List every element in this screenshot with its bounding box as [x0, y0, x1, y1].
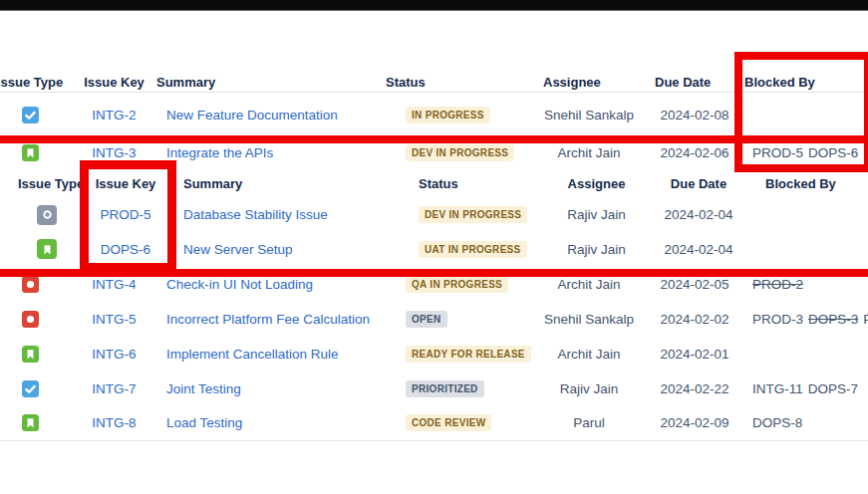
summary-cell: Check-in UI Not Loading: [156, 267, 386, 302]
summary-cell: Implement Cancellation Rule: [156, 337, 386, 371]
assignee-text: Archit Jain: [533, 137, 645, 168]
issue-summary-link[interactable]: New Server Setup: [183, 242, 293, 257]
due-date-text: 2024-02-05: [645, 267, 744, 302]
issue-key-link[interactable]: PROD-5: [100, 207, 150, 222]
issue-key-link[interactable]: INTG-8: [92, 415, 136, 430]
story-icon: [22, 144, 39, 161]
status-cell: QA IN PROGRESS: [386, 267, 533, 302]
blocked-by-cell: [744, 337, 868, 371]
assignee-text: Archit Jain: [533, 337, 645, 371]
blocked-by-cell: [748, 198, 868, 232]
issue-row[interactable]: INTG-6 Implement Cancellation Rule READY…: [0, 337, 868, 371]
issue-row[interactable]: INTG-2 New Feature Documentation IN PROG…: [0, 93, 868, 137]
issue-row[interactable]: INTG-8 Load Testing CODE REVIEW Parul 20…: [0, 406, 868, 441]
expanded-blockers-table: Issue TypeIssue KeySummaryStatusAssignee…: [18, 168, 868, 267]
issue-key-link[interactable]: INTG-4: [92, 277, 136, 292]
due-date-text: 2024-02-22: [645, 371, 744, 406]
status-badge: CODE REVIEW: [406, 414, 491, 431]
issue-key-link[interactable]: INTG-3: [92, 145, 136, 160]
column-header-due-date: Due Date: [645, 10, 744, 93]
issue-type-cell: [18, 232, 76, 267]
issue-summary-link[interactable]: Database Stability Issue: [183, 207, 328, 222]
issue-summary-link[interactable]: Check-in UI Not Loading: [166, 277, 313, 292]
issue-key-link[interactable]: INTG-6: [92, 347, 136, 362]
issue-type-cell: [0, 267, 72, 302]
issue-summary-link[interactable]: Integrate the APIs: [166, 145, 273, 160]
issue-type-cell: [0, 337, 72, 371]
issue-key-link[interactable]: INTG-5: [92, 312, 136, 327]
blocked-by-cell: [748, 232, 868, 267]
due-date-text: 2024-02-01: [645, 337, 744, 371]
due-date-text: 2024-02-04: [649, 198, 748, 232]
issue-summary-link[interactable]: Implement Cancellation Rule: [166, 347, 339, 362]
status-cell: DEV IN PROGRESS: [386, 137, 533, 168]
summary-cell: New Feature Documentation: [156, 93, 386, 137]
task-icon: [22, 380, 39, 397]
assignee-text: Snehil Sankalp: [533, 302, 645, 337]
issue-row[interactable]: INTG-3 Integrate the APIs DEV IN PROGRES…: [0, 137, 868, 168]
nested-column-header-blocked-by: Blocked By: [748, 168, 868, 198]
issue-row[interactable]: INTG-4 Check-in UI Not Loading QA IN PRO…: [0, 267, 868, 302]
blocked-by-key: DOPS-7: [808, 381, 858, 396]
nested-column-header-issue-key: Issue Key: [76, 168, 175, 198]
issue-type-cell: [0, 371, 72, 406]
nested-column-header-due-date: Due Date: [649, 168, 748, 198]
issue-summary-link[interactable]: Load Testing: [166, 415, 242, 430]
blocked-by-cell: INTG-11DOPS-7: [744, 371, 868, 406]
due-date-text: 2024-02-09: [645, 406, 744, 441]
blocked-by-cell: PROD-3DOPS-3PR: [744, 302, 868, 337]
status-badge: DEV IN PROGRESS: [419, 206, 527, 223]
issue-key-cell: INTG-2: [72, 93, 156, 137]
ops-icon: [37, 205, 57, 225]
column-header-assignee: Assignee: [533, 10, 645, 93]
issue-key-cell: PROD-5: [76, 198, 175, 232]
summary-cell: Integrate the APIs: [156, 137, 386, 168]
issue-key-cell: INTG-7: [72, 371, 156, 406]
status-cell: CODE REVIEW: [386, 406, 533, 441]
bug-icon: [22, 276, 39, 293]
issue-row[interactable]: INTG-7 Joint Testing PRIORITIZED Rajiv J…: [0, 371, 868, 406]
issue-key-link[interactable]: DOPS-6: [101, 242, 150, 257]
issue-key-cell: INTG-6: [72, 337, 156, 371]
issue-summary-link[interactable]: Incorrect Platform Fee Calculation: [166, 312, 370, 327]
blocked-by-key: DOPS-8: [752, 415, 802, 430]
issue-key-link[interactable]: INTG-7: [92, 381, 136, 396]
nested-column-header-assignee: Assignee: [544, 168, 649, 198]
issue-summary-link[interactable]: New Feature Documentation: [166, 108, 338, 123]
status-badge: OPEN: [406, 311, 447, 328]
issue-key-link[interactable]: INTG-2: [92, 108, 136, 123]
issue-summary-link[interactable]: Joint Testing: [166, 381, 241, 396]
assignee-text: Rajiv Jain: [544, 198, 649, 232]
summary-cell: Joint Testing: [156, 371, 386, 406]
expanded-table-header-row: Issue TypeIssue KeySummaryStatusAssignee…: [18, 168, 868, 198]
summary-cell: Incorrect Platform Fee Calculation: [156, 302, 386, 337]
issue-type-cell: [0, 93, 72, 137]
status-cell: IN PROGRESS: [386, 93, 533, 137]
status-badge: UAT IN PROGRESS: [419, 241, 527, 258]
blocked-by-cell: DOPS-8: [744, 406, 868, 441]
summary-cell: New Server Setup: [175, 232, 405, 267]
blocked-by-key: PROD-3: [752, 312, 803, 327]
summary-cell: Load Testing: [156, 406, 386, 441]
nested-column-header-status: Status: [405, 168, 544, 198]
issue-row[interactable]: INTG-5 Incorrect Platform Fee Calculatio…: [0, 302, 868, 337]
issue-key-cell: INTG-5: [72, 302, 156, 337]
issue-row[interactable]: PROD-5 Database Stability Issue DEV IN P…: [18, 198, 868, 232]
column-header-summary: Summary: [156, 10, 386, 93]
story-icon: [22, 346, 39, 363]
blocked-by-key: DOPS-6: [808, 145, 858, 160]
blocked-by-key: DOPS-3: [808, 312, 858, 327]
issues-table: Issue TypeIssue KeySummaryStatusAssignee…: [0, 10, 868, 441]
status-badge: PRIORITIZED: [406, 380, 484, 397]
issue-row[interactable]: DOPS-6 New Server Setup UAT IN PROGRESS …: [18, 232, 868, 267]
blocked-by-cell: [744, 93, 868, 137]
assignee-text: Rajiv Jain: [533, 371, 645, 406]
nested-column-header-issue-type: Issue Type: [18, 168, 76, 198]
task-icon: [22, 107, 39, 124]
column-header-issue-type: Issue Type: [0, 10, 72, 93]
status-cell: DEV IN PROGRESS: [405, 198, 544, 232]
nested-column-header-summary: Summary: [175, 168, 405, 198]
issue-key-cell: INTG-4: [72, 267, 156, 302]
issue-key-cell: INTG-8: [72, 406, 156, 441]
assignee-text: Snehil Sankalp: [533, 93, 645, 137]
